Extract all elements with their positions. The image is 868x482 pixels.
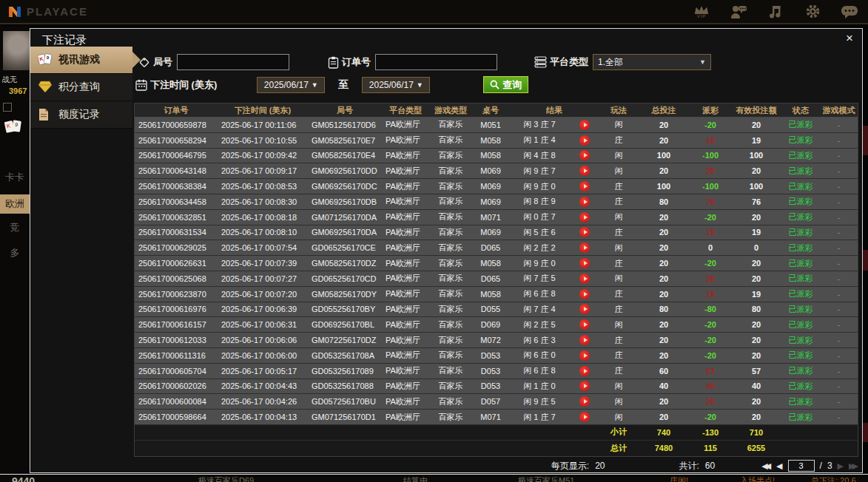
background-text-fragment: 极速百家乐D69 [198, 475, 254, 482]
cell-table: M071 [472, 210, 509, 225]
cell-status: 已派彩 [781, 364, 820, 379]
replay-icon[interactable] [570, 133, 599, 148]
cell-order: 250617000638384 [135, 179, 218, 194]
prev-page-button[interactable]: ◀ [776, 461, 782, 471]
bg-nav-item[interactable]: 多 [0, 246, 30, 259]
platform-type-icon [534, 56, 547, 68]
page-size-label: 每页显示: [551, 460, 589, 472]
cell-payout: 19 [690, 225, 731, 240]
date-from-select[interactable]: 2025/06/17 ▼ [257, 77, 325, 93]
edit-icon[interactable] [3, 103, 12, 112]
cell-bet: 庄 [599, 333, 638, 347]
search-button[interactable]: 查询 [483, 76, 528, 93]
cell-table: D065 [472, 240, 509, 255]
replay-icon[interactable] [570, 348, 599, 363]
cell-payout: 20 [690, 394, 731, 409]
order-number-input[interactable] [375, 54, 497, 70]
cell-payout: 57 [690, 364, 731, 379]
cell-result: 闲 2 庄 5 [509, 317, 570, 332]
replay-icon[interactable] [570, 210, 599, 225]
bg-nav-item[interactable]: 竞 [0, 221, 30, 234]
close-icon[interactable]: × [846, 32, 853, 45]
replay-icon[interactable] [570, 194, 599, 209]
filter-row-1: 局号 订单号 平台类型 1.全部 ▼ [138, 54, 711, 70]
cell-mode: - [820, 287, 858, 302]
cell-valid: 20 [731, 333, 781, 347]
cell-game: 百家乐 [429, 317, 472, 332]
replay-icon[interactable] [570, 302, 599, 317]
replay-icon[interactable] [570, 379, 599, 394]
customer-service-icon[interactable] [729, 3, 748, 21]
cell-time: 2025-06-17 00:06:39 [218, 302, 308, 317]
cell-bet: 闲 [599, 149, 638, 163]
cell-game: 百家乐 [429, 348, 472, 363]
replay-icon[interactable] [570, 163, 599, 178]
bg-nav-item[interactable]: 卡卡 [0, 171, 30, 184]
table-row: 2506170006290252025-06-17 00:07:54GD0652… [135, 240, 858, 256]
tab-credit-records[interactable]: 额度记录 [30, 101, 132, 129]
replay-icon[interactable] [570, 364, 599, 379]
replay-icon[interactable] [570, 240, 599, 255]
vip-icon[interactable]: VIP [692, 3, 711, 21]
sum-spacer [135, 441, 599, 456]
cell-mode: - [820, 210, 858, 225]
replay-icon[interactable] [570, 271, 599, 286]
cell-payout: 40 [690, 379, 731, 394]
music-icon[interactable] [766, 3, 785, 21]
cell-order: 250617000605704 [135, 364, 218, 379]
replay-icon[interactable] [570, 333, 599, 347]
cell-payout: 76 [690, 194, 731, 209]
date-to-select[interactable]: 2025/06/17 ▼ [362, 77, 430, 93]
replay-icon[interactable] [570, 225, 599, 240]
avatar[interactable] [3, 31, 30, 70]
background-fragment [863, 423, 868, 442]
cell-result: 闲 8 庄 9 [509, 194, 570, 209]
replay-icon[interactable] [570, 410, 599, 424]
table-row: 2506170006169762025-06-17 00:06:39GD0552… [135, 302, 858, 318]
last-page-button[interactable]: ▶▶ [849, 461, 858, 471]
page-number-input[interactable]: 3 [788, 460, 815, 472]
clipboard-icon [328, 56, 339, 69]
first-page-button[interactable]: ◀◀ [761, 461, 771, 471]
table-body: 2506170006598782025-06-17 00:11:06GM0512… [135, 118, 858, 425]
cell-status: 已派彩 [781, 379, 820, 394]
cell-status: 已派彩 [781, 225, 820, 240]
cell-time: 2025-06-17 00:09:17 [218, 163, 308, 178]
cell-stake: 100 [638, 179, 690, 194]
top-bar: PLAYACE VIP [0, 0, 868, 24]
replay-icon[interactable] [570, 149, 599, 163]
table-row: 2506170006113162025-06-17 00:06:00GD0532… [135, 348, 858, 364]
column-header: 派彩 [690, 103, 731, 117]
document-icon [38, 108, 53, 121]
chat-icon[interactable] [840, 3, 859, 21]
replay-icon[interactable] [570, 179, 599, 194]
replay-icon[interactable] [570, 287, 599, 302]
cell-status: 已派彩 [781, 240, 820, 255]
replay-icon[interactable] [570, 317, 599, 332]
replay-icon[interactable] [570, 256, 599, 271]
cell-bet: 闲 [599, 410, 638, 424]
cell-status: 已派彩 [781, 271, 820, 286]
cell-order: 250617000659878 [135, 118, 218, 132]
cell-mode: - [820, 302, 858, 317]
cell-stake: 100 [638, 149, 690, 163]
cell-platform: PA欧洲厅 [382, 179, 429, 194]
date-to-value: 2025/06/17 [369, 80, 414, 90]
column-header: 游戏类型 [429, 103, 472, 117]
replay-icon[interactable] [570, 394, 599, 409]
replay-icon[interactable] [570, 118, 599, 132]
cell-valid: 100 [731, 149, 781, 163]
cell-order: 250617000602026 [135, 379, 218, 394]
bg-nav-item-active[interactable]: 欧洲 [0, 194, 30, 214]
round-number-input[interactable] [177, 54, 289, 70]
next-page-button[interactable]: ▶ [838, 461, 844, 471]
tab-video-games[interactable]: K 9 视讯游戏 [30, 47, 132, 74]
playace-logo-icon [7, 4, 22, 19]
cards-thumb-icon: K 9 [4, 119, 22, 134]
settings-icon[interactable] [803, 3, 822, 21]
platform-type-select[interactable]: 1.全部 ▼ [593, 54, 711, 70]
tab-points-inquiry[interactable]: 积分查询 [30, 74, 132, 101]
cell-time: 2025-06-17 00:09:42 [218, 149, 308, 163]
cell-order: 250617000625068 [135, 271, 218, 286]
column-header: 结果 [509, 103, 599, 117]
